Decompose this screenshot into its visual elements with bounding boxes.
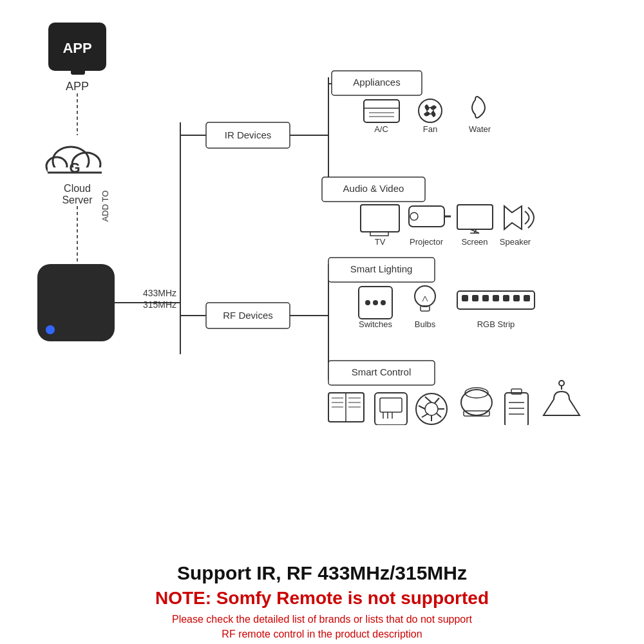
svg-text:Fan: Fan [423, 124, 437, 134]
svg-line-102 [419, 406, 425, 409]
svg-text:Switches: Switches [359, 319, 393, 329]
svg-point-66 [373, 300, 378, 305]
svg-rect-79 [503, 295, 509, 301]
svg-text:Projector: Projector [410, 237, 444, 247]
svg-line-103 [422, 413, 428, 417]
svg-text:315MHz: 315MHz [143, 299, 176, 310]
svg-rect-76 [472, 295, 478, 301]
svg-rect-1 [71, 70, 85, 75]
bottom-section: Support IR, RF 433MHz/315MHz NOTE: Somfy… [0, 556, 644, 644]
svg-point-39 [419, 99, 442, 122]
svg-point-122 [559, 381, 564, 386]
svg-line-72 [425, 296, 428, 301]
svg-text:Audio & Video: Audio & Video [343, 183, 404, 194]
svg-text:Appliances: Appliances [353, 77, 400, 88]
svg-rect-78 [493, 295, 499, 301]
svg-point-65 [365, 300, 370, 305]
svg-point-47 [410, 213, 418, 220]
svg-point-67 [381, 300, 386, 305]
svg-text:A/C: A/C [374, 124, 388, 134]
svg-text:Smart Lighting: Smart Lighting [350, 263, 413, 274]
svg-point-110 [461, 390, 492, 415]
svg-text:Speaker: Speaker [500, 237, 531, 247]
svg-text:ADD TO: ADD TO [100, 191, 110, 222]
support-text: Support IR, RF 433MHz/315MHz [13, 562, 631, 584]
diagram-area: APP APP G Cloud Server [0, 0, 644, 556]
svg-text:Bulbs: Bulbs [415, 319, 436, 329]
diagram-svg: APP APP G Cloud Server [13, 13, 644, 425]
svg-rect-81 [524, 295, 530, 301]
app-label: APP [66, 80, 89, 93]
svg-rect-50 [457, 205, 493, 229]
svg-text:G: G [69, 160, 80, 176]
svg-text:Water: Water [469, 124, 491, 134]
svg-rect-46 [409, 206, 444, 227]
svg-line-71 [422, 296, 425, 301]
svg-text:Smart Control: Smart Control [352, 366, 412, 377]
note-text: NOTE: Somfy Remote is not supported [13, 588, 631, 609]
svg-text:Cloud: Cloud [64, 183, 91, 194]
svg-text:IR Devices: IR Devices [225, 129, 272, 140]
svg-line-101 [425, 397, 431, 402]
svg-text:TV: TV [375, 237, 386, 247]
svg-point-100 [425, 402, 438, 415]
svg-text:Screen: Screen [461, 237, 488, 247]
detail-text: Please check the detailed list of brands… [13, 612, 631, 641]
svg-rect-43 [361, 205, 399, 232]
main-container: APP APP G Cloud Server [0, 0, 644, 644]
svg-rect-75 [462, 295, 468, 301]
svg-line-105 [437, 413, 441, 417]
svg-rect-94 [380, 398, 402, 412]
svg-text:Server: Server [62, 194, 93, 205]
svg-text:RF Devices: RF Devices [223, 310, 273, 321]
svg-text:433MHz: 433MHz [143, 288, 176, 298]
svg-rect-77 [482, 295, 489, 301]
svg-rect-34 [364, 100, 399, 122]
svg-line-107 [435, 398, 439, 403]
svg-rect-80 [513, 295, 520, 301]
svg-rect-115 [505, 393, 528, 425]
svg-text:RGB Strip: RGB Strip [477, 319, 515, 329]
svg-text:APP: APP [62, 40, 91, 56]
svg-point-14 [46, 325, 55, 334]
